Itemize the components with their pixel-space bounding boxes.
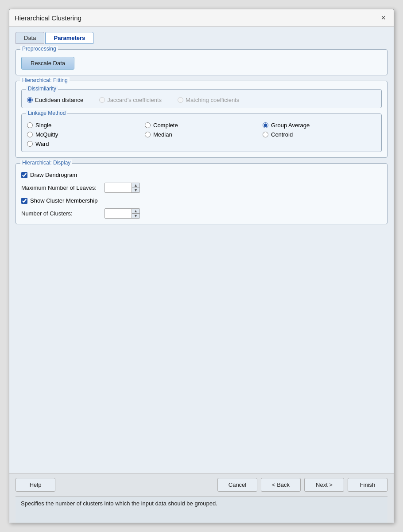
max-leaves-row: Maximum Number of Leaves: 10 ▲ ▼ — [21, 183, 382, 193]
finish-button[interactable]: Finish — [348, 478, 388, 492]
linkage-centroid[interactable]: Centroid — [263, 131, 376, 138]
linkage-single[interactable]: Single — [27, 122, 140, 129]
hierarchical-fitting-legend: Hierarchical: Fitting — [20, 77, 70, 83]
next-button[interactable]: Next > — [304, 478, 344, 492]
max-leaves-label: Maximum Number of Leaves: — [21, 184, 101, 191]
dissimilarity-legend: Dissimilarity — [26, 86, 58, 92]
rescale-data-button[interactable]: Rescale Data — [21, 57, 74, 70]
dialog-footer: Help Cancel < Back Next > Finish Specifi… — [9, 473, 394, 523]
tab-data[interactable]: Data — [16, 32, 44, 44]
back-button[interactable]: < Back — [261, 478, 301, 492]
linkage-mcquitty[interactable]: McQuitty — [27, 131, 140, 138]
num-clusters-down-button[interactable]: ▼ — [132, 214, 140, 218]
preprocessing-section: Preprocessing Rescale Data — [16, 49, 388, 75]
cancel-button[interactable]: Cancel — [217, 478, 257, 492]
show-cluster-row: Show Cluster Membership — [21, 197, 382, 204]
hierarchical-fitting-section: Hierarchical: Fitting Dissimilarity Eucl… — [16, 81, 388, 158]
draw-dendrogram-row: Draw Dendrogram — [21, 172, 382, 178]
hierarchical-display-legend: Hierarchical: Display — [20, 160, 72, 166]
num-clusters-label: Number of Clusters: — [21, 210, 101, 217]
max-leaves-up-button[interactable]: ▲ — [132, 183, 140, 188]
help-button[interactable]: Help — [16, 478, 55, 492]
close-button[interactable]: × — [378, 13, 388, 23]
status-bar: Specifies the number of clusters into wh… — [16, 496, 388, 523]
title-bar: Hierarchical Clustering × — [9, 9, 394, 27]
preprocessing-legend: Preprocessing — [20, 46, 58, 52]
tab-bar: Data Parameters — [16, 32, 388, 44]
draw-dendrogram-checkbox[interactable] — [21, 172, 27, 178]
dialog-body: Data Parameters Preprocessing Rescale Da… — [9, 27, 394, 473]
linkage-legend: Linkage Method — [26, 110, 67, 116]
status-text: Specifies the number of clusters into wh… — [21, 500, 217, 507]
show-cluster-label: Show Cluster Membership — [30, 197, 97, 204]
num-clusters-input[interactable]: 4 — [105, 209, 132, 218]
dissimilarity-options: Euclidean distance Jaccard's coefficient… — [27, 97, 376, 103]
dialog-title: Hierarchical Clustering — [15, 14, 81, 22]
linkage-complete[interactable]: Complete — [145, 122, 258, 129]
dissimilarity-euclidean[interactable]: Euclidean distance — [27, 97, 83, 103]
linkage-section: Linkage Method Single Complete Group Ave… — [21, 113, 382, 152]
linkage-ward[interactable]: Ward — [27, 141, 140, 147]
dissimilarity-matching[interactable]: Matching coefficients — [178, 97, 239, 103]
num-clusters-buttons: ▲ ▼ — [132, 209, 140, 218]
footer-buttons: Help Cancel < Back Next > Finish — [16, 478, 388, 496]
linkage-median[interactable]: Median — [145, 131, 258, 138]
max-leaves-input[interactable]: 10 — [105, 183, 132, 192]
num-clusters-spinbox[interactable]: 4 ▲ ▼ — [105, 208, 140, 219]
show-cluster-checkbox[interactable] — [21, 198, 27, 204]
max-leaves-down-button[interactable]: ▼ — [132, 188, 140, 192]
hierarchical-display-section: Hierarchical: Display Draw Dendrogram Ma… — [16, 163, 388, 224]
num-clusters-up-button[interactable]: ▲ — [132, 209, 140, 214]
draw-dendrogram-label: Draw Dendrogram — [30, 172, 77, 178]
linkage-options: Single Complete Group Average McQuitty — [27, 122, 376, 147]
max-leaves-spinbox[interactable]: 10 ▲ ▼ — [105, 183, 140, 193]
hierarchical-clustering-dialog: Hierarchical Clustering × Data Parameter… — [9, 9, 394, 523]
max-leaves-buttons: ▲ ▼ — [132, 183, 140, 192]
dissimilarity-jaccard[interactable]: Jaccard's coefficients — [99, 97, 162, 103]
num-clusters-row: Number of Clusters: 4 ▲ ▼ — [21, 208, 382, 219]
tab-parameters[interactable]: Parameters — [45, 32, 93, 44]
dissimilarity-section: Dissimilarity Euclidean distance Jaccard… — [21, 89, 382, 108]
linkage-group-average[interactable]: Group Average — [263, 122, 376, 129]
